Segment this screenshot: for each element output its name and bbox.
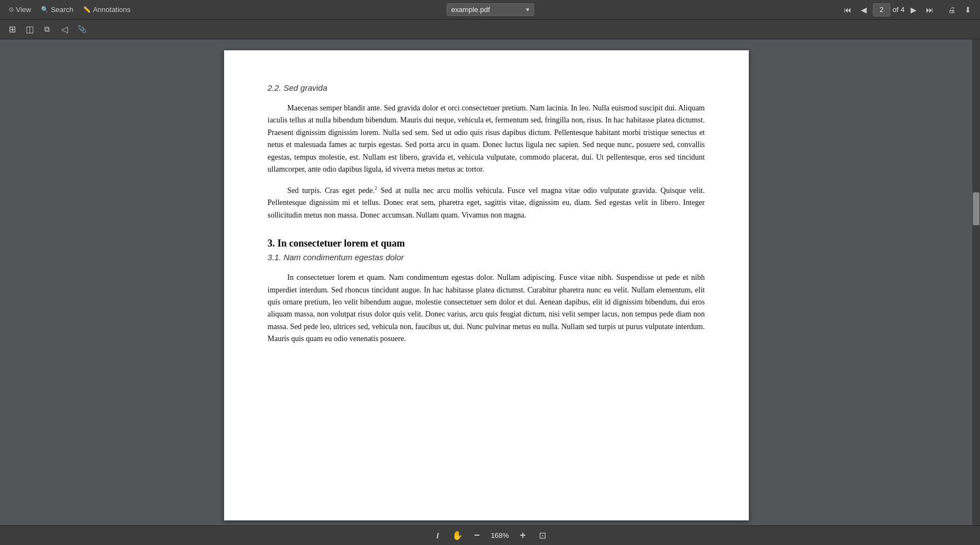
print-icon: 🖨 bbox=[948, 5, 955, 14]
thumbnail-button[interactable]: ◫ bbox=[22, 22, 37, 37]
current-page-input[interactable] bbox=[873, 3, 890, 16]
first-page-icon: ⏮ bbox=[844, 5, 852, 14]
back-button[interactable]: ◁ bbox=[57, 22, 72, 37]
cursor-tool-button[interactable]: I bbox=[430, 528, 445, 543]
second-toolbar: ⊞ ◫ ⧉ ◁ 📎 bbox=[0, 20, 980, 39]
filename-wrapper: example.pdf ▼ bbox=[447, 3, 534, 16]
filename-select[interactable]: example.pdf bbox=[447, 3, 534, 16]
grid-icon: ⊞ bbox=[9, 24, 16, 34]
grid-view-button[interactable]: ⊞ bbox=[4, 22, 20, 37]
zoom-level: 168% bbox=[489, 531, 511, 540]
last-page-icon: ⏭ bbox=[926, 5, 934, 14]
right-scrollbar[interactable] bbox=[972, 39, 980, 525]
page-indicator: of 4 bbox=[873, 3, 905, 16]
download-button[interactable]: ⬇ bbox=[960, 2, 976, 17]
layers-icon: ⧉ bbox=[44, 25, 50, 34]
zoom-out-button[interactable]: − bbox=[470, 528, 485, 543]
layers-button[interactable]: ⧉ bbox=[39, 22, 55, 37]
plus-icon: + bbox=[520, 530, 526, 541]
paragraph-3: In consectetuer lorem et quam. Nam condi… bbox=[268, 272, 705, 345]
paragraph-1: Maecenas semper blandit ante. Sed gravid… bbox=[268, 102, 705, 175]
bottom-toolbar: I ✋ − 168% + ⊡ bbox=[0, 525, 980, 545]
hand-tool-button[interactable]: ✋ bbox=[450, 528, 465, 543]
print-button[interactable]: 🖨 bbox=[944, 2, 959, 17]
minus-icon: − bbox=[474, 530, 480, 541]
fit-page-button[interactable]: ⊡ bbox=[535, 528, 550, 543]
next-page-icon: ▶ bbox=[911, 5, 917, 14]
next-page-button[interactable]: ▶ bbox=[906, 2, 921, 17]
paragraph-2-part1: Sed turpis. Cras eget pede. bbox=[287, 186, 375, 195]
cursor-icon: I bbox=[436, 531, 438, 540]
hand-icon: ✋ bbox=[452, 530, 463, 541]
attachment-button[interactable]: 📎 bbox=[74, 22, 90, 37]
back-icon: ◁ bbox=[61, 24, 68, 34]
filename-container: example.pdf ▼ bbox=[447, 3, 534, 16]
thumbnail-icon: ◫ bbox=[26, 24, 34, 34]
page-of-label: of bbox=[893, 5, 899, 14]
search-menu-button[interactable]: 🔍 Search bbox=[37, 3, 78, 16]
total-pages: 4 bbox=[901, 5, 905, 14]
scrollbar-thumb bbox=[973, 192, 979, 225]
pencil-icon: ✏️ bbox=[83, 6, 91, 13]
first-page-button[interactable]: ⏮ bbox=[840, 2, 855, 17]
view-menu-button[interactable]: ⊙ View bbox=[4, 3, 36, 16]
last-page-button[interactable]: ⏭ bbox=[922, 2, 937, 17]
page-navigation: ⏮ ◀ of 4 ▶ ⏭ 🖨 ⬇ bbox=[840, 2, 976, 17]
fit-icon: ⊡ bbox=[539, 530, 546, 541]
pdf-page: 2.2. Sed gravida Maecenas semper blandit… bbox=[224, 50, 749, 520]
paragraph-2: Sed turpis. Cras eget pede.2 Sed at null… bbox=[268, 184, 705, 221]
annotations-menu-button[interactable]: ✏️ Annotations bbox=[79, 3, 135, 16]
zoom-in-button[interactable]: + bbox=[515, 528, 531, 543]
prev-page-button[interactable]: ◀ bbox=[856, 2, 872, 17]
view-label: View bbox=[16, 5, 31, 14]
view-icon: ⊙ bbox=[9, 6, 14, 13]
prev-page-icon: ◀ bbox=[861, 5, 867, 14]
top-toolbar: ⊙ View 🔍 Search ✏️ Annotations example.p… bbox=[0, 0, 980, 20]
section-2-2-heading: 2.2. Sed gravida bbox=[268, 83, 705, 92]
menu-group: ⊙ View 🔍 Search ✏️ Annotations bbox=[4, 3, 135, 16]
section-3-1-heading: 3.1. Nam condimentum egestas dolor bbox=[268, 253, 705, 262]
attachment-icon: 📎 bbox=[78, 25, 86, 33]
search-icon: 🔍 bbox=[41, 6, 49, 13]
download-icon: ⬇ bbox=[965, 5, 971, 14]
annotations-label: Annotations bbox=[93, 5, 131, 14]
section-3-heading: 3. In consectetuer lorem et quam bbox=[268, 238, 705, 249]
search-label: Search bbox=[51, 5, 73, 14]
pdf-viewer[interactable]: 2.2. Sed gravida Maecenas semper blandit… bbox=[0, 39, 972, 525]
main-content: 2.2. Sed gravida Maecenas semper blandit… bbox=[0, 39, 980, 525]
